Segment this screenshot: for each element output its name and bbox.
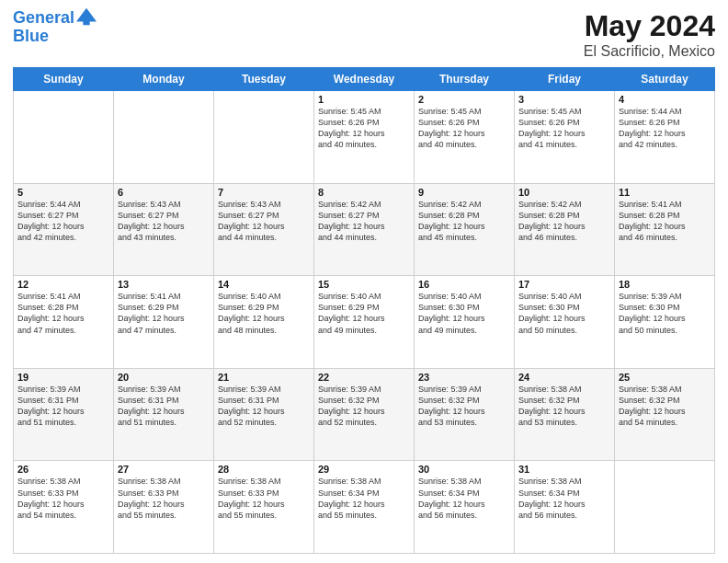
day-number: 14	[218, 279, 310, 290]
calendar-cell: 29Sunrise: 5:38 AM Sunset: 6:34 PM Dayli…	[314, 461, 415, 554]
calendar-week-row: 26Sunrise: 5:38 AM Sunset: 6:33 PM Dayli…	[14, 461, 715, 554]
day-number: 20	[118, 372, 210, 383]
calendar-cell: 31Sunrise: 5:38 AM Sunset: 6:34 PM Dayli…	[515, 461, 615, 554]
calendar-header-row: SundayMondayTuesdayWednesdayThursdayFrid…	[14, 68, 715, 91]
day-number: 23	[418, 372, 510, 383]
calendar-cell: 23Sunrise: 5:39 AM Sunset: 6:32 PM Dayli…	[415, 368, 515, 461]
day-info: Sunrise: 5:41 AM Sunset: 6:28 PM Dayligh…	[619, 199, 711, 244]
day-info: Sunrise: 5:40 AM Sunset: 6:30 PM Dayligh…	[418, 291, 510, 336]
day-info: Sunrise: 5:38 AM Sunset: 6:34 PM Dayligh…	[518, 476, 610, 521]
day-number: 1	[318, 94, 410, 105]
calendar-cell: 17Sunrise: 5:40 AM Sunset: 6:30 PM Dayli…	[515, 276, 615, 369]
logo-text-line2: Blue	[13, 28, 97, 46]
day-number: 4	[619, 94, 711, 105]
calendar-cell: 10Sunrise: 5:42 AM Sunset: 6:28 PM Dayli…	[515, 183, 615, 276]
calendar-cell	[214, 91, 314, 184]
day-info: Sunrise: 5:39 AM Sunset: 6:31 PM Dayligh…	[17, 384, 109, 429]
day-info: Sunrise: 5:38 AM Sunset: 6:32 PM Dayligh…	[518, 384, 610, 429]
calendar-header-cell: Wednesday	[314, 68, 415, 91]
svg-marker-0	[76, 8, 97, 25]
calendar-cell: 11Sunrise: 5:41 AM Sunset: 6:28 PM Dayli…	[615, 183, 715, 276]
day-number: 25	[619, 372, 711, 383]
day-info: Sunrise: 5:39 AM Sunset: 6:30 PM Dayligh…	[619, 291, 711, 336]
day-number: 13	[118, 279, 210, 290]
calendar-week-row: 1Sunrise: 5:45 AM Sunset: 6:26 PM Daylig…	[14, 91, 715, 184]
day-info: Sunrise: 5:41 AM Sunset: 6:28 PM Dayligh…	[17, 291, 109, 336]
calendar-header-cell: Sunday	[14, 68, 114, 91]
calendar-header-cell: Friday	[515, 68, 615, 91]
day-info: Sunrise: 5:40 AM Sunset: 6:29 PM Dayligh…	[218, 291, 310, 336]
calendar-cell: 7Sunrise: 5:43 AM Sunset: 6:27 PM Daylig…	[214, 183, 314, 276]
page: General Blue May 2024 El Sacrificio, Mex…	[0, 0, 728, 563]
day-info: Sunrise: 5:39 AM Sunset: 6:32 PM Dayligh…	[318, 384, 410, 429]
calendar-cell: 18Sunrise: 5:39 AM Sunset: 6:30 PM Dayli…	[615, 276, 715, 369]
logo: General Blue	[13, 9, 97, 46]
day-number: 3	[518, 94, 610, 105]
calendar-header-cell: Monday	[114, 68, 214, 91]
calendar-cell	[114, 91, 214, 184]
day-number: 17	[518, 279, 610, 290]
calendar-cell	[615, 461, 715, 554]
day-number: 8	[318, 187, 410, 198]
day-number: 21	[218, 372, 310, 383]
day-info: Sunrise: 5:42 AM Sunset: 6:28 PM Dayligh…	[418, 199, 510, 244]
day-number: 6	[118, 187, 210, 198]
day-number: 27	[118, 464, 210, 475]
day-info: Sunrise: 5:38 AM Sunset: 6:34 PM Dayligh…	[418, 476, 510, 521]
calendar-cell	[14, 91, 114, 184]
day-info: Sunrise: 5:38 AM Sunset: 6:34 PM Dayligh…	[318, 476, 410, 521]
calendar: SundayMondayTuesdayWednesdayThursdayFrid…	[13, 67, 715, 554]
calendar-cell: 5Sunrise: 5:44 AM Sunset: 6:27 PM Daylig…	[14, 183, 114, 276]
calendar-cell: 15Sunrise: 5:40 AM Sunset: 6:29 PM Dayli…	[314, 276, 415, 369]
calendar-week-row: 12Sunrise: 5:41 AM Sunset: 6:28 PM Dayli…	[14, 276, 715, 369]
day-number: 30	[418, 464, 510, 475]
day-number: 18	[619, 279, 711, 290]
day-info: Sunrise: 5:38 AM Sunset: 6:32 PM Dayligh…	[619, 384, 711, 429]
calendar-cell: 30Sunrise: 5:38 AM Sunset: 6:34 PM Dayli…	[415, 461, 515, 554]
day-number: 9	[418, 187, 510, 198]
calendar-header-cell: Saturday	[615, 68, 715, 91]
main-title: May 2024	[584, 9, 715, 43]
calendar-cell: 13Sunrise: 5:41 AM Sunset: 6:29 PM Dayli…	[114, 276, 214, 369]
day-info: Sunrise: 5:39 AM Sunset: 6:32 PM Dayligh…	[418, 384, 510, 429]
calendar-cell: 24Sunrise: 5:38 AM Sunset: 6:32 PM Dayli…	[515, 368, 615, 461]
day-number: 5	[17, 187, 109, 198]
day-number: 10	[518, 187, 610, 198]
day-number: 11	[619, 187, 711, 198]
calendar-cell: 16Sunrise: 5:40 AM Sunset: 6:30 PM Dayli…	[415, 276, 515, 369]
calendar-cell: 22Sunrise: 5:39 AM Sunset: 6:32 PM Dayli…	[314, 368, 415, 461]
day-number: 15	[318, 279, 410, 290]
day-number: 2	[418, 94, 510, 105]
subtitle: El Sacrificio, Mexico	[584, 43, 715, 60]
day-info: Sunrise: 5:45 AM Sunset: 6:26 PM Dayligh…	[418, 106, 510, 151]
calendar-cell: 9Sunrise: 5:42 AM Sunset: 6:28 PM Daylig…	[415, 183, 515, 276]
day-number: 22	[318, 372, 410, 383]
day-info: Sunrise: 5:45 AM Sunset: 6:26 PM Dayligh…	[318, 106, 410, 151]
calendar-cell: 1Sunrise: 5:45 AM Sunset: 6:26 PM Daylig…	[314, 91, 415, 184]
title-block: May 2024 El Sacrificio, Mexico	[584, 9, 715, 60]
day-number: 26	[17, 464, 109, 475]
calendar-body: 1Sunrise: 5:45 AM Sunset: 6:26 PM Daylig…	[14, 91, 715, 554]
day-info: Sunrise: 5:43 AM Sunset: 6:27 PM Dayligh…	[218, 199, 310, 244]
calendar-week-row: 19Sunrise: 5:39 AM Sunset: 6:31 PM Dayli…	[14, 368, 715, 461]
day-info: Sunrise: 5:45 AM Sunset: 6:26 PM Dayligh…	[518, 106, 610, 151]
day-info: Sunrise: 5:44 AM Sunset: 6:27 PM Dayligh…	[17, 199, 109, 244]
day-info: Sunrise: 5:41 AM Sunset: 6:29 PM Dayligh…	[118, 291, 210, 336]
calendar-cell: 28Sunrise: 5:38 AM Sunset: 6:33 PM Dayli…	[214, 461, 314, 554]
day-number: 19	[17, 372, 109, 383]
calendar-cell: 21Sunrise: 5:39 AM Sunset: 6:31 PM Dayli…	[214, 368, 314, 461]
calendar-cell: 2Sunrise: 5:45 AM Sunset: 6:26 PM Daylig…	[415, 91, 515, 184]
calendar-cell: 4Sunrise: 5:44 AM Sunset: 6:26 PM Daylig…	[615, 91, 715, 184]
day-number: 29	[318, 464, 410, 475]
day-info: Sunrise: 5:42 AM Sunset: 6:28 PM Dayligh…	[518, 199, 610, 244]
day-info: Sunrise: 5:43 AM Sunset: 6:27 PM Dayligh…	[118, 199, 210, 244]
header: General Blue May 2024 El Sacrificio, Mex…	[13, 9, 715, 60]
day-info: Sunrise: 5:39 AM Sunset: 6:31 PM Dayligh…	[118, 384, 210, 429]
calendar-header-cell: Thursday	[415, 68, 515, 91]
day-info: Sunrise: 5:38 AM Sunset: 6:33 PM Dayligh…	[118, 476, 210, 521]
calendar-cell: 27Sunrise: 5:38 AM Sunset: 6:33 PM Dayli…	[114, 461, 214, 554]
calendar-cell: 26Sunrise: 5:38 AM Sunset: 6:33 PM Dayli…	[14, 461, 114, 554]
day-info: Sunrise: 5:42 AM Sunset: 6:27 PM Dayligh…	[318, 199, 410, 244]
calendar-cell: 3Sunrise: 5:45 AM Sunset: 6:26 PM Daylig…	[515, 91, 615, 184]
logo-icon	[76, 6, 97, 27]
